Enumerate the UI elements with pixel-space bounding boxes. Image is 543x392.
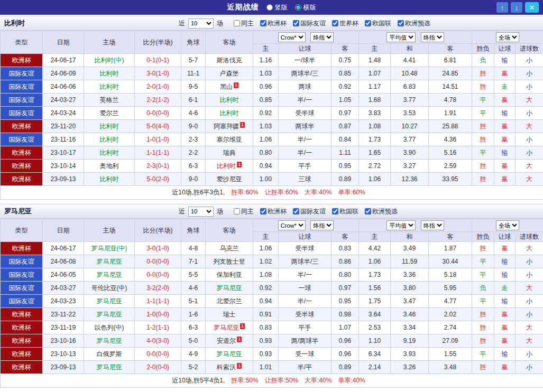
score-link[interactable]: 0-0(0-0) [146,350,169,358]
filter-checkbox-国际友谊[interactable]: 国际友谊 [293,207,326,216]
filter-checkbox-同主[interactable]: 同主 [234,207,254,216]
team-name[interactable]: 黑山 [220,83,233,90]
filter-checkbox-欧国联[interactable]: 欧国联 [365,19,391,28]
score-link[interactable]: 5-0(2-0) [146,175,169,183]
score-link[interactable]: 0-0(0-0) [146,109,169,117]
team-name[interactable]: 列支敦士登 [214,258,245,265]
score-link[interactable]: 0-0(0-0) [146,271,169,278]
team-name[interactable]: 比利时 [220,109,239,117]
checkbox-input[interactable] [332,208,338,214]
team-name[interactable]: 以色列(中) [95,324,124,331]
team-name[interactable]: 科索沃 [217,363,236,371]
avg-final-select[interactable]: 终指 [421,32,444,42]
team-name[interactable]: 瑞典 [223,149,236,156]
team-name[interactable]: 保加利亚 [217,271,242,278]
team-name[interactable]: 爱沙尼亚 [217,175,242,183]
team-name[interactable]: 比利时 [217,162,236,170]
team-name[interactable]: 塞尔维亚 [217,136,242,143]
team-name[interactable]: 比利时 [100,123,119,130]
team-name[interactable]: 罗马尼亚 [214,324,239,331]
filter-checkbox-国际友谊[interactable]: 国际友谊 [293,19,326,28]
move-up-button[interactable]: ↑ [496,2,508,13]
score-link[interactable]: 2-3(0-1) [146,162,169,170]
filter-checkbox-同主[interactable]: 同主 [234,19,254,28]
checkbox-input[interactable] [260,20,266,26]
team-name[interactable]: 罗马尼亚 [97,311,122,318]
checkbox-input[interactable] [398,20,404,26]
checkbox-input[interactable] [365,208,371,214]
score-link[interactable]: 5-0(4-0) [146,123,169,130]
scope-select[interactable]: 全场 [496,32,519,42]
avg-source-select[interactable]: 平均值 [386,220,416,230]
score-link[interactable]: 0-0(0-0) [146,258,169,265]
games-count-select[interactable]: 10 [188,207,214,217]
team-name[interactable]: 瑞士 [223,311,236,318]
team-name[interactable]: 比利时 [100,83,119,90]
team-name[interactable]: 罗马尼亚 [97,297,122,305]
layout-radio-horizontal[interactable]: 横版 [295,3,316,12]
games-count-select[interactable]: 10 [188,18,214,29]
team-name[interactable]: 罗马尼亚(中) [91,245,127,252]
score-link[interactable]: 1-2(1-1) [146,324,169,331]
score-link[interactable]: 1-0(1-0) [146,136,169,143]
team-name[interactable]: 罗马尼亚 [97,271,122,278]
odds-source-select[interactable]: Crow* [278,32,306,42]
team-name[interactable]: 哥伦比亚(中) [91,284,127,292]
team-name[interactable]: 阿塞拜疆 [214,123,239,130]
odds-final-select[interactable]: 终指 [310,32,334,42]
team-name[interactable]: 罗马尼亚 [97,363,122,371]
score-link[interactable]: 1-1(1-1) [146,297,169,305]
team-name[interactable]: 斯洛伐克 [217,57,242,64]
layout-radio-vertical[interactable]: 竖版 [266,3,288,12]
team-name[interactable]: 爱尔兰 [100,109,119,117]
filter-checkbox-世界杯[interactable]: 世界杯 [332,19,358,28]
filter-checkbox-欧国联[interactable]: 欧国联 [332,207,358,216]
checkbox-input[interactable] [365,20,371,26]
team-name[interactable]: 罗马尼亚 [97,337,122,344]
team-name[interactable]: 比利时 [100,175,119,183]
score-link[interactable]: 3-0(1-0) [146,70,169,77]
close-button[interactable]: ✕ [525,2,539,13]
odds-source-select[interactable]: Crow* [278,220,306,230]
vertical-layout-radio[interactable] [266,4,273,11]
checkbox-input[interactable] [234,20,240,26]
team-name[interactable]: 英格兰 [100,96,119,104]
team-name[interactable]: 罗马尼亚 [97,258,122,265]
team-name[interactable]: 罗马尼亚 [217,284,242,292]
scope-select[interactable]: 全场 [496,220,519,230]
odds-final-select[interactable]: 终指 [310,220,334,230]
move-down-button[interactable]: ↓ [511,2,522,13]
checkbox-input[interactable] [234,208,240,214]
score-link[interactable]: 1-0(0-0) [146,311,169,318]
team-name[interactable]: 比利时 [100,149,119,156]
score-link[interactable]: 2-0(1-0) [146,83,169,90]
filter-checkbox-欧洲预选[interactable]: 欧洲预选 [398,19,430,28]
team-name[interactable]: 罗马尼亚 [217,350,242,358]
filter-checkbox-欧洲杯[interactable]: 欧洲杯 [260,19,287,28]
avg-final-select[interactable]: 终指 [421,220,444,230]
team-name[interactable]: 奥地利 [100,162,119,170]
score-link[interactable]: 4-0(3-0) [146,337,169,344]
checkbox-input[interactable] [293,20,299,26]
team-name[interactable]: 安道尔 [217,337,236,344]
team-name[interactable]: 北爱尔兰 [217,297,242,305]
team-name[interactable]: 比利时 [220,96,239,104]
checkbox-input[interactable] [332,20,338,26]
team-name[interactable]: 白俄罗斯 [97,350,122,358]
horizontal-layout-radio[interactable] [295,4,301,11]
avg-source-select[interactable]: 平均值 [386,32,416,42]
score-link[interactable]: 1-1(1-1) [146,149,169,156]
score-link[interactable]: 3-2(2-0) [146,284,169,292]
score-link[interactable]: 3-0(1-0) [146,245,169,252]
score-link[interactable]: 2-2(1-2) [146,96,169,104]
filter-checkbox-欧洲预选[interactable]: 欧洲预选 [365,207,398,216]
checkbox-input[interactable] [293,208,299,214]
score-link[interactable]: 2-0(0-0) [146,363,169,371]
filter-checkbox-欧洲杯[interactable]: 欧洲杯 [260,207,287,216]
team-name[interactable]: 比利时 [100,70,119,77]
score-link[interactable]: 0-1(0-1) [146,57,169,64]
team-name[interactable]: 比利时 [100,136,119,143]
checkbox-input[interactable] [260,208,266,214]
team-name[interactable]: 乌克兰 [220,245,239,252]
team-name[interactable]: 比利时(中) [95,57,124,64]
